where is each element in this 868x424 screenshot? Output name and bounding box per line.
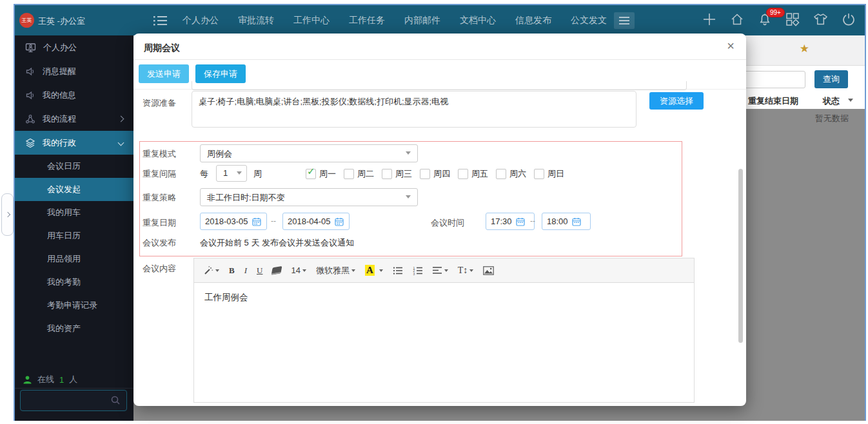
nav-item-personal-office[interactable]: 个人办公 [182, 15, 219, 26]
clipped-input-field[interactable] [192, 81, 687, 90]
meeting-start-time-input[interactable]: 17:30 [486, 213, 535, 230]
repeat-start-date-input[interactable]: 2018-03-05 [200, 213, 267, 230]
checkbox-icon[interactable] [534, 169, 544, 179]
checkbox-icon[interactable] [420, 169, 430, 179]
calendar-icon[interactable] [572, 217, 581, 226]
font-size-select[interactable]: 14 [291, 265, 306, 275]
checkbox-icon[interactable] [344, 169, 354, 179]
checkbox-checked-icon[interactable]: ✓ [306, 169, 316, 179]
checkbox-icon[interactable] [458, 169, 468, 179]
repeat-mode-select[interactable]: 周例会 [200, 144, 418, 162]
nav-item-internal-mail[interactable]: 内部邮件 [404, 15, 440, 26]
sidebar-subitem-attendance-records[interactable]: 考勤申请记录 [15, 294, 133, 317]
add-icon[interactable] [702, 12, 716, 29]
meeting-end-time-input[interactable]: 18:00 [542, 213, 591, 230]
interval-unit-label: 周 [253, 168, 262, 180]
online-label: 在线 [37, 374, 54, 385]
sidebar-item-message-reminder[interactable]: 消息提醒 [15, 59, 133, 83]
speaker-icon [25, 90, 35, 101]
sidebar-subitem-my-car[interactable]: 我的用车 [15, 201, 133, 224]
repeat-end-date-input[interactable]: 2018-04-05 [282, 213, 350, 230]
checkbox-icon[interactable] [496, 169, 506, 179]
weekday-label: 周六 [509, 168, 526, 180]
range-separator: -- [271, 217, 276, 226]
calendar-icon[interactable] [252, 217, 261, 226]
avatar[interactable]: 王英 [19, 13, 34, 28]
menu-collapse-icon[interactable] [152, 14, 168, 30]
sidebar-subitem-my-attendance[interactable]: 我的考勤 [15, 271, 133, 294]
sidebar-search-input[interactable] [20, 390, 127, 411]
interval-number-select[interactable]: 1 [216, 165, 247, 182]
save-request-button[interactable]: 保存申请 [195, 64, 246, 83]
theme-shirt-icon[interactable] [813, 12, 828, 29]
eraser-icon[interactable] [272, 267, 281, 275]
repeat-mode-label: 重复模式 [143, 148, 176, 160]
online-status: 在线1人 [23, 374, 77, 385]
send-request-button[interactable]: 发送申请 [139, 64, 189, 83]
sidebar-subitem-meeting-calendar[interactable]: 会议日历 [15, 155, 133, 178]
resource-textarea[interactable]: 桌子;椅子;电脑;电脑桌;讲台;黑板;投影仪;数据线;打印机;显示器;电视 [192, 91, 636, 128]
nav-item-work-center[interactable]: 工作中心 [293, 15, 330, 26]
notifications-bell-icon[interactable]: 99+ [758, 12, 772, 29]
sidebar-item-my-info[interactable]: 我的信息 [15, 83, 133, 107]
modal-scrollbar-thumb[interactable] [738, 169, 743, 343]
sidebar-item-personal-office[interactable]: 个人办公 [15, 35, 133, 59]
more-menu-icon[interactable] [614, 12, 635, 29]
panel-collapse-handle[interactable] [1, 193, 14, 236]
sidebar-item-my-admin[interactable]: 我的行政 [15, 131, 133, 155]
resource-select-button[interactable]: 资源选择 [649, 92, 704, 110]
online-unit: 人 [69, 374, 77, 385]
logout-power-icon[interactable] [842, 12, 856, 29]
weekday-thursday[interactable]: 周四 [420, 168, 458, 180]
weekday-saturday[interactable]: 周六 [496, 168, 534, 180]
favorite-star-icon[interactable]: ★ [800, 42, 809, 55]
nav-item-document-center[interactable]: 文档中心 [460, 15, 496, 26]
home-icon[interactable] [730, 12, 744, 29]
repeat-strategy-select[interactable]: 非工作日时:日期不变 [200, 188, 418, 206]
column-filter-caret-icon[interactable] [848, 99, 853, 104]
notification-badge: 99+ [766, 8, 785, 17]
topbar-actions: 99+ [702, 5, 856, 35]
weekday-label: 周三 [395, 168, 412, 180]
font-family-select[interactable]: 微软雅黑 [316, 265, 355, 276]
align-icon[interactable] [433, 266, 448, 275]
repeat-strategy-label: 重复策略 [143, 192, 176, 204]
weekday-sunday[interactable]: 周日 [534, 168, 572, 180]
person-icon [23, 375, 32, 385]
checkbox-icon[interactable] [382, 169, 392, 179]
bold-button[interactable]: B [229, 265, 235, 276]
sidebar-item-my-flows[interactable]: 我的流程 [15, 107, 133, 131]
nav-item-approval-flow[interactable]: 审批流转 [238, 15, 274, 26]
meeting-publish-label: 会议发布 [143, 237, 176, 249]
weekday-wednesday[interactable]: 周三 [382, 168, 420, 180]
editor-body[interactable]: 工作周例会 [194, 283, 694, 402]
ordered-list-icon[interactable]: 123 [413, 266, 423, 275]
date-value: 2018-04-05 [288, 217, 331, 226]
close-icon[interactable]: × [727, 39, 735, 53]
calendar-icon[interactable] [516, 217, 525, 226]
unordered-list-icon[interactable] [393, 266, 403, 275]
search-icon[interactable] [110, 395, 121, 405]
weekday-friday[interactable]: 周五 [458, 168, 496, 180]
italic-button[interactable]: I [244, 265, 247, 276]
sidebar-subitem-meeting-initiate[interactable]: 会议发起 [15, 178, 133, 201]
line-height-button[interactable]: T↕ [458, 265, 474, 276]
insert-image-icon[interactable] [483, 266, 494, 275]
sidebar-subitem-my-assets[interactable]: 我的资产 [15, 317, 133, 340]
calendar-icon[interactable] [335, 217, 344, 226]
query-button[interactable]: 查询 [814, 70, 848, 88]
magic-wand-icon[interactable] [203, 265, 219, 276]
nav-item-info-publish[interactable]: 信息发布 [515, 15, 551, 26]
nav-item-work-tasks[interactable]: 工作任务 [349, 15, 385, 26]
top-nav: 个人办公 审批流转 工作中心 工作任务 内部邮件 文档中心 信息发布 公文发文 [182, 5, 607, 35]
nav-item-official-docs[interactable]: 公文发文 [571, 15, 607, 26]
weekday-tuesday[interactable]: 周二 [344, 168, 382, 180]
font-color-button[interactable]: A [365, 265, 383, 276]
weekday-monday[interactable]: ✓ 周一 [306, 168, 344, 180]
layers-icon [25, 138, 35, 148]
sidebar-subitem-car-calendar[interactable]: 用车日历 [15, 224, 133, 247]
apps-grid-icon[interactable] [785, 12, 800, 29]
sidebar-divider [15, 388, 133, 389]
underline-button[interactable]: U [257, 265, 262, 276]
sidebar-subitem-supplies[interactable]: 用品领用 [15, 247, 133, 271]
